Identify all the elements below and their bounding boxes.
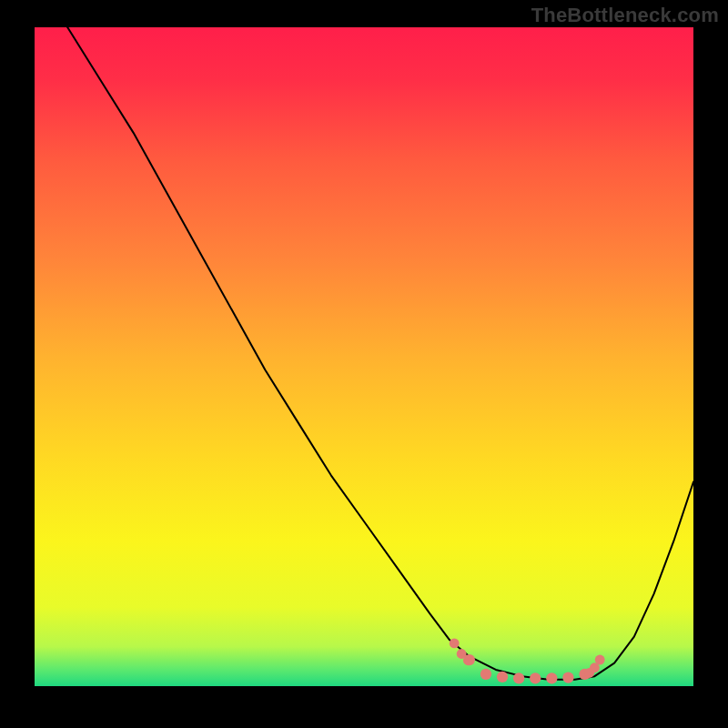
marker-dot bbox=[595, 655, 605, 665]
curve-layer bbox=[35, 27, 693, 686]
marker-dot bbox=[530, 672, 541, 683]
watermark-label: TheBottleneck.com bbox=[531, 4, 719, 27]
chart-frame: TheBottleneck.com bbox=[0, 0, 728, 728]
marker-dot bbox=[562, 672, 573, 682]
marker-dot bbox=[450, 639, 460, 649]
plot-area bbox=[35, 27, 693, 686]
flat-markers bbox=[464, 654, 591, 684]
marker-dot bbox=[497, 672, 508, 682]
marker-dot bbox=[480, 669, 491, 680]
marker-dot bbox=[463, 655, 473, 665]
marker-dot bbox=[546, 672, 557, 683]
marker-dot bbox=[513, 672, 524, 683]
bottleneck-curve bbox=[35, 27, 693, 680]
